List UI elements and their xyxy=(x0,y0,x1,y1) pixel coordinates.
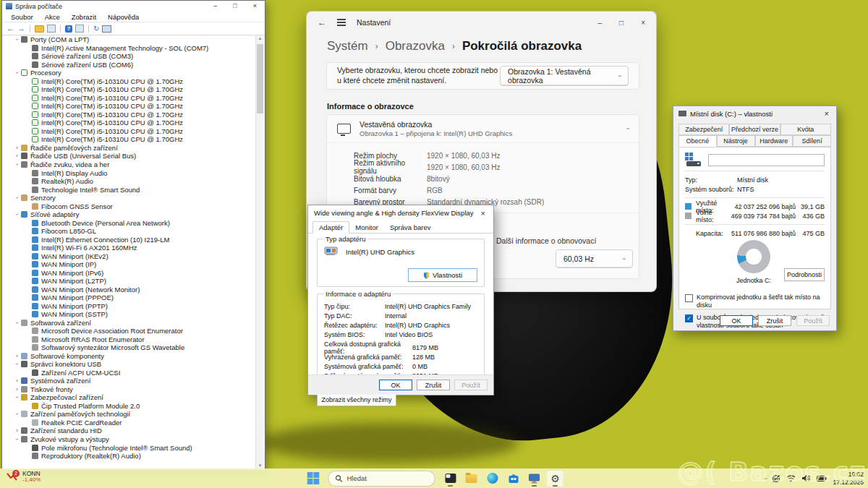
search-box[interactable]: Hledat xyxy=(328,471,435,487)
ok-button[interactable]: OK xyxy=(720,315,753,326)
chevron-expanded-icon[interactable]: › xyxy=(14,160,20,168)
chevron-collapsed-icon[interactable]: › xyxy=(13,386,21,393)
checkbox-row[interactable]: Komprimovat jednotku a šetřit tak místo … xyxy=(685,294,825,310)
monitor-icon[interactable] xyxy=(102,25,111,33)
titlebar[interactable]: Místní disk (C:) – vlastnosti × xyxy=(673,106,836,121)
device-tree-item[interactable]: Fibocom L850-GL xyxy=(3,227,255,236)
chevron-expanded-icon[interactable]: › xyxy=(14,393,20,401)
device-tree-item[interactable]: WAN Miniport (PPTP) xyxy=(3,302,255,311)
display-info-header[interactable]: Vestavěná obrazovka Obrazovka 1 – připoj… xyxy=(327,115,639,143)
chevron-expanded-icon[interactable]: › xyxy=(14,410,20,418)
refresh-rate-link[interactable]: Další informace o obnovovací xyxy=(496,236,596,245)
maximize-button[interactable]: □ xyxy=(233,1,237,12)
close-button[interactable]: × xyxy=(479,209,488,218)
device-tree-item[interactable]: WAN Miniport (Network Monitor) xyxy=(3,285,255,294)
chevron-collapsed-icon[interactable]: › xyxy=(13,427,21,434)
minimize-button[interactable]: – xyxy=(213,1,217,12)
chevron-expanded-icon[interactable]: › xyxy=(14,435,20,443)
taskbar-settings-button[interactable]: ⚙ xyxy=(547,470,564,487)
tab-zabezpečení[interactable]: Zabezpečení xyxy=(678,124,729,135)
scrollbar-thumb[interactable] xyxy=(257,44,263,114)
device-tree-item[interactable]: ›Tiskové fronty xyxy=(3,385,255,394)
help-icon[interactable]: ? xyxy=(65,25,72,33)
refresh-icon[interactable]: ↻ xyxy=(93,25,99,33)
scroll-up-icon[interactable]: ▲ xyxy=(256,36,264,40)
chevron-expanded-icon[interactable]: › xyxy=(14,69,20,77)
menu-item[interactable]: Zobrazit xyxy=(66,13,102,21)
display-select-dropdown[interactable]: Obrazovka 1: Vestavěná obrazovka › xyxy=(500,66,629,86)
taskbar-store-button[interactable] xyxy=(505,470,522,487)
device-tree-item[interactable]: ›Softwarové komponenty xyxy=(3,352,255,361)
device-tree-item[interactable]: Technologie Intel® Smart Sound xyxy=(3,185,255,194)
vertical-scrollbar[interactable]: ▲ ▼ xyxy=(255,35,264,468)
close-button[interactable]: × xyxy=(822,109,831,118)
taskbar-computer-management-button[interactable] xyxy=(526,470,543,487)
device-tree-item[interactable]: WAN Miniport (IPv6) xyxy=(3,268,255,277)
chevron-collapsed-icon[interactable]: › xyxy=(13,145,21,151)
device-tree-item[interactable]: ›Řadiče USB (Universal Serial Bus) xyxy=(3,152,255,160)
device-tree-item[interactable]: ›Zabezpečovací zařízení xyxy=(3,393,255,402)
menu-item[interactable]: Soubor xyxy=(5,13,39,21)
device-tree-item[interactable]: Realtek PCIE CardReader xyxy=(3,419,255,427)
chevron-expanded-icon[interactable]: › xyxy=(14,319,20,327)
minimize-button[interactable]: – xyxy=(598,19,603,27)
volume-label-input[interactable] xyxy=(708,154,825,166)
device-tree-item[interactable]: Bluetooth Device (Personal Area Network) xyxy=(3,218,255,227)
chevron-expanded-icon[interactable]: › xyxy=(14,35,20,43)
device-tree-item[interactable]: Intel(R) Core(TM) i5-10310U CPU @ 1.70GH… xyxy=(3,102,255,111)
console-tree-icon[interactable] xyxy=(47,25,56,33)
chevron-up-icon[interactable]: › xyxy=(624,128,631,130)
device-tree-item[interactable]: Intel(R) Core(TM) i5-10310U CPU @ 1.70GH… xyxy=(3,119,255,127)
tab-kvóta[interactable]: Kvóta xyxy=(780,124,831,135)
device-tree-item[interactable]: Intel(R) Display Audio xyxy=(3,168,255,177)
chevron-expanded-icon[interactable]: › xyxy=(14,360,20,368)
device-tree-item[interactable]: Intel(R) Ethernet Connection (10) I219-L… xyxy=(3,235,255,244)
cancel-button[interactable]: Zrušit xyxy=(417,380,450,390)
device-tree-item[interactable]: Fibocom GNSS Sensor xyxy=(3,202,255,210)
titlebar[interactable]: Wide viewing angle & High density FlexVi… xyxy=(308,205,493,221)
device-tree-item[interactable]: ›Procesory xyxy=(3,69,255,77)
device-tree-item[interactable]: WAN Miniport (SSTP) xyxy=(3,310,255,319)
device-tree-item[interactable]: ›Systémová zařízení xyxy=(3,377,255,385)
chevron-collapsed-icon[interactable]: › xyxy=(13,353,21,359)
maximize-button[interactable]: □ xyxy=(619,19,624,27)
nav-forward-icon[interactable]: → xyxy=(17,25,25,33)
tab-správa barev[interactable]: Správa barev xyxy=(384,222,437,233)
nav-back-icon[interactable]: ← xyxy=(7,25,14,33)
tab-sdílení[interactable]: Sdílení xyxy=(793,135,831,147)
device-tree-item[interactable]: ›Správci konektoru USB xyxy=(3,360,255,369)
checkbox-unchecked[interactable] xyxy=(685,294,693,302)
device-tree-item[interactable]: Intel(R) Core(TM) i5-10310U CPU @ 1.70GH… xyxy=(3,135,255,144)
back-icon[interactable]: ← xyxy=(318,17,326,27)
chevron-collapsed-icon[interactable]: › xyxy=(13,377,21,384)
close-button[interactable]: × xyxy=(641,19,645,27)
close-button[interactable]: × xyxy=(253,1,257,12)
tab-adaptér[interactable]: Adaptér xyxy=(312,221,349,234)
tab-předchozí verze[interactable]: Předchozí verze xyxy=(729,124,780,135)
titlebar[interactable]: ← Nastavení – □ × xyxy=(307,12,656,33)
widgets-button[interactable]: 2 KONN -1,40% xyxy=(6,471,41,484)
device-tree-item[interactable]: ›Porty (COM a LPT) xyxy=(3,35,255,44)
device-tree-item[interactable]: Intel(R) Core(TM) i5-10310U CPU @ 1.70GH… xyxy=(3,85,255,94)
properties-button[interactable]: Vlastnosti xyxy=(408,268,477,282)
tab-hardware[interactable]: Hardware xyxy=(755,135,793,147)
taskbar-edge-button[interactable] xyxy=(484,470,501,487)
tab-nástroje[interactable]: Nástroje xyxy=(717,135,755,147)
taskbar-file-explorer-button[interactable] xyxy=(463,470,480,487)
device-tree-item[interactable]: WAN Miniport (PPPOE) xyxy=(3,294,255,302)
device-tree-item[interactable]: Reproduktory (Realtek(R) Audio) xyxy=(3,452,255,461)
device-tree-item[interactable]: Intel(R) Core(TM) i5-10310U CPU @ 1.70GH… xyxy=(3,127,255,136)
device-tree-item[interactable]: ›Řadiče paměťových zařízení xyxy=(3,144,255,153)
device-tree-item[interactable]: Intel(R) Core(TM) i5-10310U CPU @ 1.70GH… xyxy=(3,111,255,119)
device-tree-item[interactable]: Čip Trusted Platform Module 2.0 xyxy=(3,402,255,411)
tab-obecné[interactable]: Obecné xyxy=(678,135,717,147)
device-tree-item[interactable]: Sériové zařízení USB (COM3) xyxy=(3,52,255,61)
start-button[interactable] xyxy=(305,470,322,487)
menu-item[interactable]: Akce xyxy=(39,13,66,21)
device-tree-item[interactable]: ›Zvukové vstupy a výstupy xyxy=(3,435,255,444)
ok-button[interactable]: OK xyxy=(379,380,412,390)
tab-monitor[interactable]: Monitor xyxy=(349,222,384,233)
breadcrumb-item[interactable]: Obrazovka xyxy=(386,39,445,53)
device-tree-item[interactable]: Microsoft Device Association Root Enumer… xyxy=(3,327,255,335)
device-tree-item[interactable]: Intel(R) Wi-Fi 6 AX201 160MHz xyxy=(3,244,255,252)
